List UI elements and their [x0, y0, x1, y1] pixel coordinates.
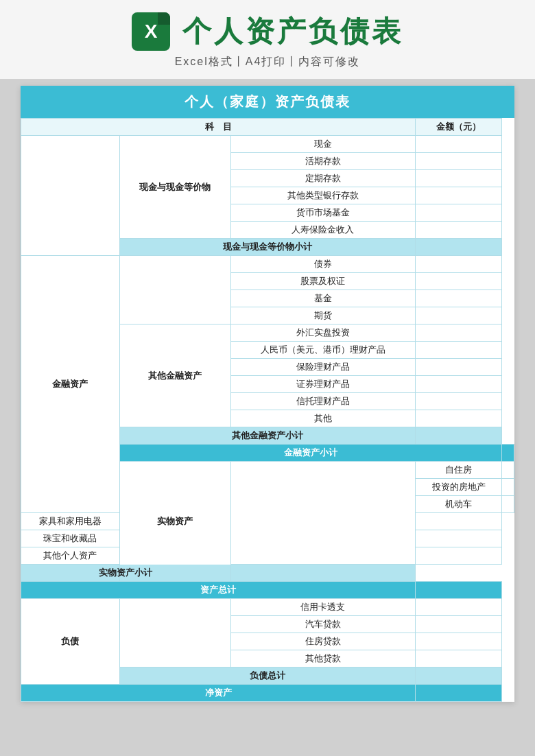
item-cell: 基金 [230, 290, 416, 307]
amount-cell [416, 376, 502, 393]
net-assets-row: 净资产 [21, 685, 514, 702]
amount-cell [416, 222, 502, 239]
item-cell: 现金 [230, 136, 416, 153]
amount-cell [416, 513, 502, 530]
subcategory-cell: 现金与现金等价物 [119, 136, 230, 239]
amount-cell [502, 479, 514, 496]
amount-cell [416, 136, 502, 153]
subcategory-other-finance: 其他金融资产 [119, 324, 230, 427]
page-subtitle: Excel格式丨A4打印丨内容可修改 [175, 55, 361, 69]
amount-cell [416, 359, 502, 376]
doc-title: 个人（家庭）资产负债表 [21, 86, 514, 118]
amount-cell [416, 342, 502, 359]
subtotal-amount [230, 565, 416, 582]
amount-cell [416, 616, 502, 633]
amount-cell [416, 324, 502, 342]
excel-icon: X [132, 12, 170, 51]
debt-total-label: 负债总计 [119, 668, 415, 685]
subtotal-swzy-row: 实物资产小计 [21, 565, 514, 582]
item-cell: 汽车贷款 [230, 616, 416, 633]
amount-cell [502, 462, 514, 479]
amount-cell [502, 496, 514, 513]
item-cell: 自住房 [416, 462, 502, 479]
subtotal-amount [416, 427, 502, 445]
page-title: 个人资产负债表 [182, 12, 403, 51]
assets-total-amount [416, 582, 502, 599]
col-subject-header: 科 目 [21, 119, 416, 136]
document-container: 个人（家庭）资产负债表 科 目 金额（元） 现金与现金等价物 现金 活期存款 定… [21, 86, 514, 702]
assets-total-row: 资产总计 [21, 582, 514, 599]
item-cell: 信托理财产品 [230, 393, 416, 410]
item-cell: 投资的房地产 [416, 479, 502, 496]
amount-cell [416, 256, 502, 273]
item-cell: 信用卡透支 [230, 599, 416, 616]
amount-cell [416, 153, 502, 170]
item-cell: 债券 [230, 256, 416, 273]
amount-cell [416, 290, 502, 307]
subcategory-empty [119, 256, 230, 324]
amount-cell [416, 410, 502, 427]
amount-cell [416, 547, 502, 565]
item-cell: 珠宝和收藏品 [21, 530, 120, 547]
table-row: 现金与现金等价物 现金 [21, 136, 514, 153]
assets-total-label: 资产总计 [21, 582, 416, 599]
amount-cell [416, 599, 502, 616]
item-cell: 其他 [230, 410, 416, 427]
table-row: 负债 信用卡透支 [21, 599, 514, 616]
item-cell: 其他类型银行存款 [230, 187, 416, 204]
item-cell: 期货 [230, 307, 416, 324]
amount-cell [416, 393, 502, 410]
debt-total-amount [416, 668, 502, 685]
category-swzy: 实物资产 [119, 462, 230, 582]
item-cell: 定期存款 [230, 170, 416, 187]
subtotal-label: 现金与现金等价物小计 [119, 239, 415, 256]
amount-cell [416, 187, 502, 204]
item-cell: 其他个人资产 [21, 547, 120, 565]
amount-cell [416, 273, 502, 290]
subtotal-label: 其他金融资产小计 [119, 427, 415, 445]
item-cell: 住房贷款 [230, 633, 416, 650]
net-assets-amount [416, 685, 502, 702]
amount-cell [416, 650, 502, 668]
category-jrzy: 金融资产 [21, 256, 120, 513]
item-cell: 保险理财产品 [230, 359, 416, 376]
subcategory-swzy-empty [230, 462, 416, 565]
item-cell: 家具和家用电器 [21, 513, 120, 530]
item-cell: 货币市场基金 [230, 204, 416, 222]
item-cell: 人寿保险金收入 [230, 222, 416, 239]
amount-cell [416, 204, 502, 222]
category-fz: 负债 [21, 599, 120, 685]
amount-cell [416, 530, 502, 547]
finance-total-amount [502, 445, 514, 462]
item-cell: 股票及权证 [230, 273, 416, 290]
subtotal-amount [416, 239, 502, 256]
item-cell: 活期存款 [230, 153, 416, 170]
balance-sheet-table: 科 目 金额（元） 现金与现金等价物 现金 活期存款 定期存款 其他类型银行存款 [21, 118, 514, 702]
col-amount-header: 金额（元） [416, 119, 502, 136]
item-cell: 外汇实盘投资 [230, 324, 416, 342]
item-cell: 证券理财产品 [230, 376, 416, 393]
amount-cell [416, 307, 502, 324]
amount-cell [416, 633, 502, 650]
table-row: 金融资产 债券 [21, 256, 514, 273]
finance-total-label: 金融资产小计 [119, 445, 501, 462]
item-cell: 人民币（美元、港币）理财产品 [230, 342, 416, 359]
item-cell: 机动车 [416, 496, 502, 513]
amount-cell [416, 170, 502, 187]
subtotal-label: 实物资产小计 [21, 565, 231, 582]
net-assets-label: 净资产 [21, 685, 416, 702]
category-cell [21, 136, 120, 256]
item-cell: 其他贷款 [230, 650, 416, 668]
subcategory-fz-empty [119, 599, 230, 668]
